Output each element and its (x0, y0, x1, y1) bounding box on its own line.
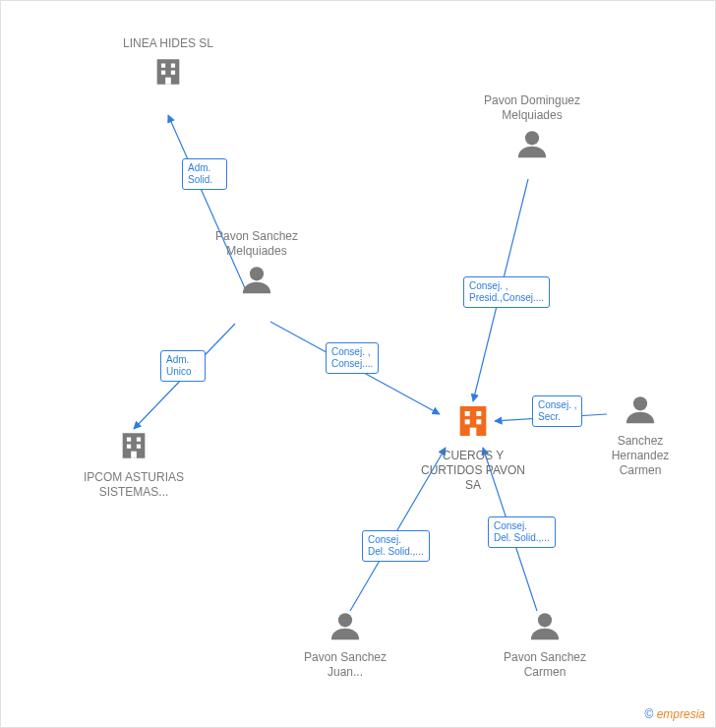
svg-rect-1 (161, 64, 165, 68)
person-icon (515, 127, 549, 164)
copyright-symbol: © (644, 707, 653, 721)
copyright: © empresia (644, 707, 705, 721)
svg-rect-4 (171, 71, 175, 75)
svg-rect-9 (127, 438, 131, 442)
diagram-stage: Adm. Solid. Adm. Unico Consej. , Consej.… (0, 0, 716, 728)
svg-rect-5 (165, 78, 171, 85)
person-icon (624, 393, 657, 430)
node-sanchez-hernandez-carmen[interactable]: Sanchez Hernandez Carmen (591, 393, 689, 478)
node-label: LINEA HIDES SL (119, 36, 217, 51)
edge-label-consej-del-solid-left[interactable]: Consej. Del. Solid.,... (362, 530, 430, 562)
node-pavon-sanchez-melquiades[interactable]: Pavon Sanchez Melquiades (208, 229, 306, 300)
svg-rect-19 (470, 428, 477, 436)
building-focus-icon (453, 401, 493, 445)
person-icon (328, 609, 362, 646)
svg-point-20 (633, 396, 647, 410)
svg-rect-12 (137, 445, 141, 449)
svg-rect-3 (161, 71, 165, 75)
person-icon (528, 609, 562, 646)
edge-label-consej-presid[interactable]: Consej. , Presid.,Consej.... (463, 276, 550, 308)
svg-rect-15 (465, 411, 470, 416)
svg-point-6 (250, 267, 264, 280)
edge-label-consej-secr[interactable]: Consej. , Secr. (532, 395, 582, 427)
svg-rect-13 (131, 452, 137, 458)
node-pavon-sanchez-juan[interactable]: Pavon Sanchez Juan... (296, 609, 394, 680)
node-label: Sanchez Hernandez Carmen (591, 434, 689, 478)
edge-label-consej-del-solid-right[interactable]: Consej. Del. Solid.,... (488, 516, 556, 548)
building-icon (151, 55, 185, 92)
node-pavon-sanchez-carmen[interactable]: Pavon Sanchez Carmen (496, 609, 594, 680)
person-icon (240, 263, 273, 300)
brand-name: empresia (657, 707, 705, 721)
node-label: Pavon Sanchez Juan... (296, 650, 394, 680)
svg-point-22 (538, 613, 552, 627)
svg-rect-11 (127, 445, 131, 449)
svg-point-7 (525, 131, 539, 145)
building-icon (117, 429, 150, 466)
svg-rect-18 (476, 419, 481, 424)
svg-rect-2 (171, 64, 175, 68)
node-pavon-dominguez-melquiades[interactable]: Pavon Dominguez Melquiades (483, 93, 581, 164)
svg-rect-10 (137, 438, 141, 442)
node-linea-hides[interactable]: LINEA HIDES SL (119, 36, 217, 92)
svg-rect-17 (465, 419, 470, 424)
node-label: Pavon Sanchez Carmen (496, 650, 594, 680)
svg-point-21 (338, 613, 352, 627)
edge-label-consej-consej[interactable]: Consej. , Consej.... (326, 342, 379, 374)
edge-label-adm-solid[interactable]: Adm. Solid. (182, 158, 227, 190)
node-label: CUEROS Y CURTIDOS PAVON SA (414, 449, 532, 493)
node-label: IPCOM ASTURIAS SISTEMAS... (80, 470, 188, 500)
svg-rect-16 (476, 411, 481, 416)
node-cueros-focus[interactable]: CUEROS Y CURTIDOS PAVON SA (414, 401, 532, 493)
edge-label-adm-unico[interactable]: Adm. Unico (160, 350, 206, 382)
node-label: Pavon Dominguez Melquiades (483, 93, 581, 123)
node-ipcom[interactable]: IPCOM ASTURIAS SISTEMAS... (80, 429, 188, 500)
node-label: Pavon Sanchez Melquiades (208, 229, 306, 259)
